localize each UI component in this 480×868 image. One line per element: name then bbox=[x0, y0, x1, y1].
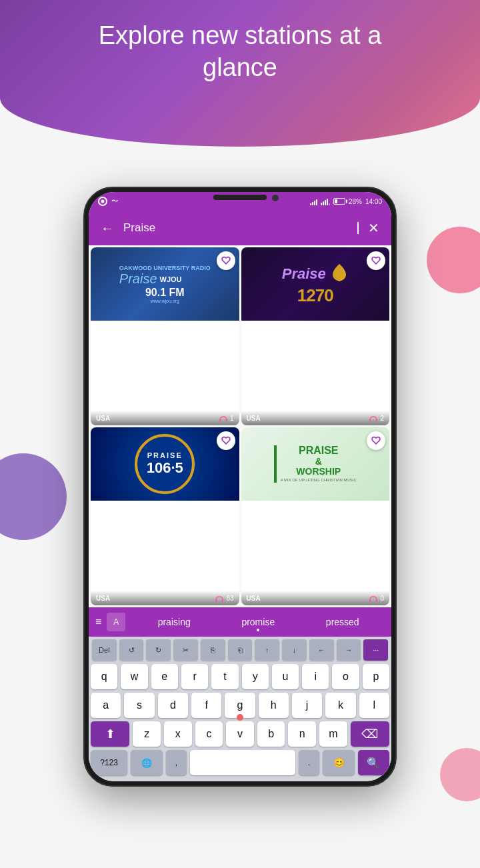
key-del[interactable]: Del bbox=[92, 639, 117, 661]
key-l[interactable]: l bbox=[359, 693, 389, 718]
key-f[interactable]: f bbox=[191, 693, 221, 718]
key-search[interactable]: 🔍 bbox=[358, 750, 389, 775]
favorite-button-praise-1270[interactable] bbox=[367, 251, 385, 270]
key-up[interactable]: ↑ bbox=[255, 639, 279, 661]
listener-count: 2 bbox=[369, 415, 384, 422]
text-cursor bbox=[357, 222, 359, 234]
phone-button-right bbox=[395, 295, 397, 348]
key-redo[interactable]: ↻ bbox=[146, 639, 171, 661]
back-button[interactable]: ← bbox=[98, 218, 117, 239]
key-more[interactable]: ··· bbox=[363, 639, 388, 661]
suggestion-praising[interactable]: praising bbox=[151, 614, 197, 630]
station-card-praise-901[interactable]: OAKWOOD UNIVERSITY RADIO Praise WJOU 90.… bbox=[91, 247, 239, 425]
key-right[interactable]: → bbox=[337, 639, 361, 661]
key-v[interactable]: v bbox=[226, 721, 254, 747]
circle-decoration-3 bbox=[440, 748, 480, 801]
favorite-button-praise-worship[interactable] bbox=[367, 431, 385, 450]
status-right: 28% 14:00 bbox=[310, 197, 382, 205]
key-e[interactable]: e bbox=[151, 664, 178, 689]
time-display: 14:00 bbox=[365, 198, 382, 205]
headline-line1: Explore new stations at a bbox=[99, 21, 382, 49]
svg-rect-7 bbox=[376, 599, 378, 602]
country-label: USA bbox=[96, 415, 110, 422]
svg-rect-0 bbox=[219, 419, 221, 422]
key-y[interactable]: y bbox=[242, 664, 269, 689]
key-backspace[interactable]: ⌫ bbox=[351, 721, 389, 747]
headphone-icon bbox=[219, 415, 228, 422]
key-undo[interactable]: ↺ bbox=[119, 639, 144, 661]
key-period[interactable]: . bbox=[299, 750, 320, 775]
svg-rect-4 bbox=[215, 599, 217, 602]
suggestion-promise[interactable]: promise bbox=[235, 614, 281, 630]
key-h[interactable]: h bbox=[259, 693, 289, 718]
key-paste[interactable]: ⎗ bbox=[228, 639, 253, 661]
key-comma[interactable]: , bbox=[166, 750, 187, 775]
key-p[interactable]: p bbox=[363, 664, 389, 689]
station-card-praise-worship[interactable]: PRAISE & WORSHIP A MIX OF UPLIFTING CHRI… bbox=[241, 427, 390, 605]
key-language[interactable]: 🌐 bbox=[131, 750, 162, 775]
key-q[interactable]: q bbox=[91, 664, 117, 689]
svg-rect-1 bbox=[225, 419, 227, 422]
key-b[interactable]: b bbox=[257, 721, 285, 747]
key-copy[interactable]: ⎘ bbox=[201, 639, 225, 661]
status-wave-icon: 〜 bbox=[111, 197, 118, 206]
key-j[interactable]: j bbox=[292, 693, 322, 718]
key-c[interactable]: c bbox=[195, 721, 223, 747]
station-grid: OAKWOOD UNIVERSITY RADIO Praise WJOU 90.… bbox=[89, 245, 391, 607]
key-u[interactable]: u bbox=[272, 664, 299, 689]
keyboard-special-row: Del ↺ ↻ ✂ ⎘ ⎗ ↑ ↓ ← → ··· bbox=[91, 639, 389, 661]
key-n[interactable]: n bbox=[288, 721, 316, 747]
key-shift[interactable]: ⬆ bbox=[91, 721, 129, 747]
key-r[interactable]: r bbox=[181, 664, 208, 689]
svg-rect-3 bbox=[376, 419, 378, 422]
phone-screen: 〜 28% bbox=[89, 192, 391, 781]
key-left[interactable]: ← bbox=[309, 639, 334, 661]
phone-mockup: 〜 28% bbox=[83, 187, 397, 787]
phone-button-left-2 bbox=[83, 318, 85, 365]
key-emoji[interactable]: 😊 bbox=[323, 750, 354, 775]
status-left: 〜 bbox=[98, 197, 118, 206]
station-card-praise-1270[interactable]: Praise 1270 USA bbox=[241, 247, 390, 425]
key-cut[interactable]: ✂ bbox=[173, 639, 198, 661]
card-overlay-praise-1270: USA 2 bbox=[241, 411, 390, 425]
keyboard-row-4: ?123 🌐 , . 😊 🔍 bbox=[91, 750, 389, 775]
key-d[interactable]: d bbox=[158, 693, 188, 718]
country-label: USA bbox=[247, 415, 261, 422]
key-space[interactable] bbox=[190, 750, 295, 775]
station-card-praise-1065[interactable]: PRAISE 106·5 USA 63 bbox=[91, 427, 239, 605]
key-g[interactable]: g bbox=[225, 693, 255, 718]
card-overlay-praise-worship: USA 0 bbox=[241, 591, 390, 605]
battery-percent: 28% bbox=[349, 198, 362, 205]
key-t[interactable]: t bbox=[211, 664, 238, 689]
keyboard-suggestion-bar: ≡ A praising promise pressed bbox=[89, 607, 391, 637]
suggestion-pressed[interactable]: pressed bbox=[319, 614, 366, 630]
listener-count: 1 bbox=[219, 415, 234, 422]
clear-button[interactable]: ✕ bbox=[365, 217, 382, 239]
key-z[interactable]: z bbox=[133, 721, 161, 747]
key-x[interactable]: x bbox=[164, 721, 192, 747]
key-down[interactable]: ↓ bbox=[282, 639, 307, 661]
favorite-button-praise-901[interactable] bbox=[217, 251, 235, 270]
svg-rect-5 bbox=[222, 599, 224, 602]
key-a[interactable]: a bbox=[91, 693, 121, 718]
country-label: USA bbox=[96, 595, 110, 602]
card-overlay-praise-901: USA 1 bbox=[91, 411, 239, 425]
headphone-icon bbox=[215, 595, 224, 602]
keyboard-lang-button[interactable]: A bbox=[107, 613, 125, 631]
key-i[interactable]: i bbox=[302, 664, 329, 689]
key-m[interactable]: m bbox=[319, 721, 347, 747]
signal-icon bbox=[321, 197, 330, 205]
key-s[interactable]: s bbox=[124, 693, 154, 718]
keyboard-menu-icon[interactable]: ≡ bbox=[95, 616, 101, 628]
phone-camera bbox=[272, 195, 279, 201]
key-o[interactable]: o bbox=[332, 664, 359, 689]
circle-decoration-1 bbox=[427, 227, 480, 293]
key-numbers[interactable]: ?123 bbox=[91, 750, 127, 775]
phone-notch bbox=[213, 195, 267, 200]
favorite-button-praise-1065[interactable] bbox=[217, 431, 235, 450]
phone-button-left-1 bbox=[83, 275, 85, 308]
key-k[interactable]: k bbox=[325, 693, 355, 718]
keyboard-row-3: ⬆ z x c v b n m ⌫ bbox=[91, 721, 389, 747]
search-input[interactable]: Praise bbox=[123, 221, 357, 235]
key-w[interactable]: w bbox=[121, 664, 147, 689]
